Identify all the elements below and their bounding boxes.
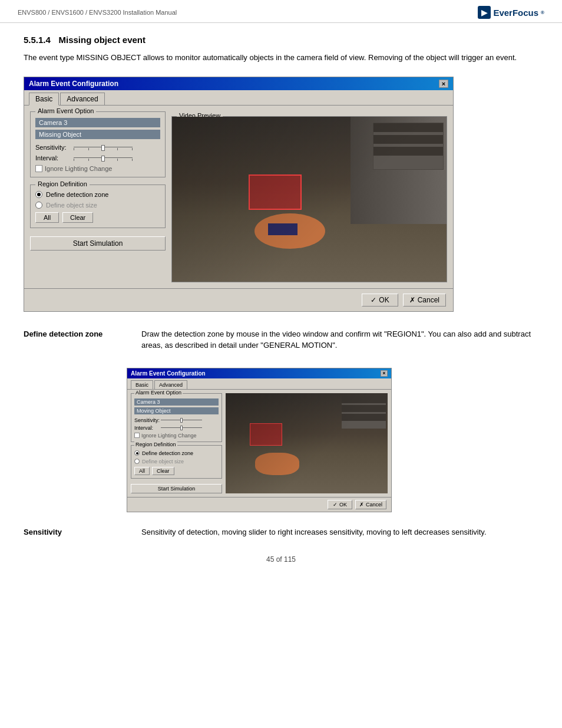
ok-label: OK xyxy=(379,296,389,304)
small-interval-slider[interactable] xyxy=(161,425,202,431)
small-define-object-radio[interactable] xyxy=(134,459,140,464)
left-panel: Alarm Event Option Camera 3 Missing Obje… xyxy=(30,111,166,282)
small-sensitivity-slider[interactable] xyxy=(161,417,202,423)
cancel-button[interactable]: ✗ Cancel xyxy=(403,294,446,307)
small-ok-button[interactable]: ✓ OK xyxy=(328,500,352,509)
start-simulation-button[interactable]: Start Simulation xyxy=(30,236,166,251)
sensitivity-description: Sensitivity of detection, moving slider … xyxy=(141,526,538,538)
region-buttons: All Clear xyxy=(35,212,160,223)
logo-text: EverFocus xyxy=(493,8,538,18)
video-panel: Video Preview xyxy=(171,116,447,282)
small-dialog-wrapper: Alarm Event Configuration × Basic Advanc… xyxy=(127,368,538,512)
small-alarm-event-group-title: Alarm Event Option xyxy=(134,390,183,396)
sensitivity-label: Sensitivity: xyxy=(35,144,74,151)
page-header: ENVS800 / ENVS1600 / ENVS3200 Installati… xyxy=(0,0,562,23)
define-detection-row: Define detection zone xyxy=(35,191,160,198)
sensitivity-section: Sensitivity Sensitivity of detection, mo… xyxy=(24,526,538,538)
sensitivity-row: Sensitivity: xyxy=(35,144,160,151)
small-region-group: Region Definition Define detection zone … xyxy=(131,445,222,479)
cancel-label: Cancel xyxy=(418,296,439,304)
small-define-detection-row: Define detection zone xyxy=(134,450,219,456)
x-icon: ✗ xyxy=(409,296,415,304)
section-title: Missing object event xyxy=(59,35,146,45)
small-camera-label: Camera 3 xyxy=(134,398,219,406)
tab-basic[interactable]: Basic xyxy=(29,93,59,106)
small-ignore-lighting-checkbox[interactable] xyxy=(134,433,140,438)
define-detection-description: Draw the detection zone by mouse in the … xyxy=(141,328,538,351)
dialog-title: Alarm Event Configuration xyxy=(29,80,118,88)
small-alarm-event-group: Alarm Event Option Camera 3 Moving Objec… xyxy=(131,393,222,442)
small-define-detection-label: Define detection zone xyxy=(142,450,193,456)
small-sensitivity-label: Sensitivity: xyxy=(134,417,161,423)
define-detection-radio[interactable] xyxy=(35,191,42,198)
small-ignore-lighting-label: Ignore Lighting Change xyxy=(141,433,197,439)
tab-advanced[interactable]: Advanced xyxy=(60,93,104,105)
ok-button[interactable]: ✓ OK xyxy=(362,294,398,307)
sensitivity-slider[interactable] xyxy=(74,144,133,151)
small-define-object-label: Define object size xyxy=(142,459,184,465)
small-region-group-title: Region Definition xyxy=(134,442,177,447)
small-event-type-label: Moving Object xyxy=(134,407,219,414)
small-sensitivity-row: Sensitivity: xyxy=(134,417,219,423)
ignore-lighting-checkbox[interactable] xyxy=(35,165,42,172)
cam-item xyxy=(268,223,297,235)
alarm-event-dialog: Alarm Event Configuration × Basic Advanc… xyxy=(24,77,454,312)
small-dialog-body: Alarm Event Option Camera 3 Moving Objec… xyxy=(127,390,391,497)
video-preview xyxy=(172,117,447,282)
define-detection-term: Define detection zone xyxy=(24,328,130,351)
small-camera-scene xyxy=(226,393,388,493)
intro-paragraph: The event type MISSING OBJECT allows to … xyxy=(24,52,538,64)
small-slider-thumb xyxy=(180,418,183,423)
small-x-icon: ✗ xyxy=(359,502,364,508)
small-interval-slider-thumb xyxy=(180,426,183,430)
video-panel-wrapper: Video Preview xyxy=(171,111,447,282)
interval-label: Interval: xyxy=(35,154,74,162)
small-start-simulation-button[interactable]: Start Simulation xyxy=(131,484,222,493)
slider-thumb xyxy=(101,145,105,151)
small-left-panel: Alarm Event Option Camera 3 Moving Objec… xyxy=(131,393,222,493)
small-dialog-footer: ✓ OK ✗ Cancel xyxy=(127,497,391,512)
all-button[interactable]: All xyxy=(35,212,59,223)
dialog-footer: ✓ OK ✗ Cancel xyxy=(24,288,453,311)
event-type-label: Missing Object xyxy=(35,130,160,139)
interval-slider[interactable] xyxy=(74,154,133,162)
small-cam-red-box xyxy=(250,423,282,446)
small-all-button[interactable]: All xyxy=(134,467,150,475)
manual-title: ENVS800 / ENVS1600 / ENVS3200 Installati… xyxy=(18,9,177,16)
small-ignore-lighting-row: Ignore Lighting Change xyxy=(134,433,219,439)
checkmark-icon: ✓ xyxy=(371,296,376,304)
interval-slider-thumb xyxy=(101,156,105,162)
small-cancel-button[interactable]: ✗ Cancel xyxy=(355,500,386,509)
camera-label: Camera 3 xyxy=(35,118,160,127)
clear-button[interactable]: Clear xyxy=(62,212,93,223)
small-define-object-row: Define object size xyxy=(134,459,219,465)
ignore-lighting-label: Ignore Lighting Change xyxy=(45,165,112,172)
dialog-body: Alarm Event Option Camera 3 Missing Obje… xyxy=(24,106,453,288)
small-cam-shelves xyxy=(342,396,386,429)
define-object-radio[interactable] xyxy=(35,202,42,209)
small-dialog-title: Alarm Event Configuration xyxy=(131,370,206,377)
define-object-label: Define object size xyxy=(46,202,97,209)
camera-scene xyxy=(172,117,447,282)
small-clear-button[interactable]: Clear xyxy=(152,467,174,475)
cam-shelves xyxy=(373,123,444,170)
small-define-detection-radio[interactable] xyxy=(134,450,140,456)
alarm-event-group-title: Alarm Event Option xyxy=(35,107,96,114)
define-detection-label: Define detection zone xyxy=(46,191,108,198)
small-ok-label: OK xyxy=(339,502,347,508)
cam-red-box xyxy=(249,174,302,210)
main-content: 5.5.1.4 Missing object event The event t… xyxy=(0,23,562,587)
small-dialog-tabs: Basic Advanced xyxy=(127,378,391,390)
small-tab-basic[interactable]: Basic xyxy=(131,380,153,389)
dialog-close-button[interactable]: × xyxy=(439,80,448,88)
logo-icon: ▶ xyxy=(478,6,491,19)
interval-row: Interval: xyxy=(35,154,160,162)
dialog-titlebar: Alarm Event Configuration × xyxy=(24,77,453,90)
page-number: 45 of 115 xyxy=(266,555,296,564)
small-dialog-close-button[interactable]: × xyxy=(381,370,388,377)
small-interval-row: Interval: xyxy=(134,425,219,431)
small-region-buttons: All Clear xyxy=(134,467,219,475)
sensitivity-term: Sensitivity xyxy=(24,526,130,538)
section-number: 5.5.1.4 xyxy=(24,35,51,45)
small-tab-advanced[interactable]: Advanced xyxy=(154,380,187,389)
